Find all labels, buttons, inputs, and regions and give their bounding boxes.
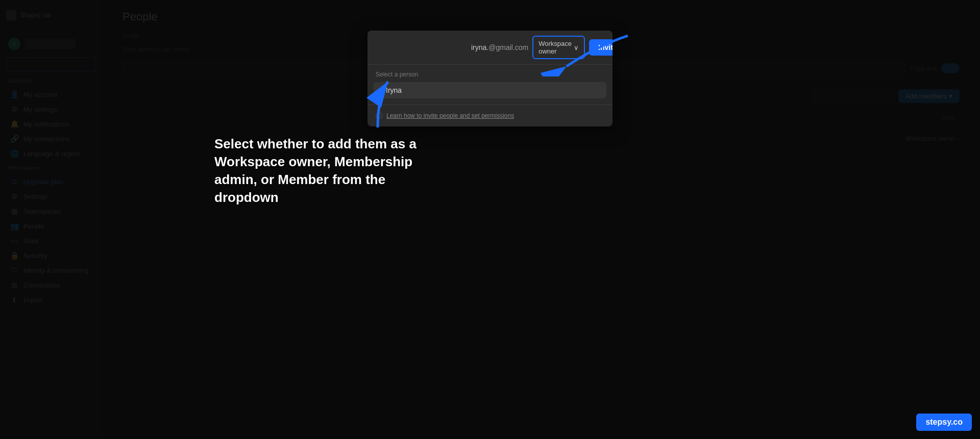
email-input[interactable] (374, 41, 467, 54)
person-item[interactable]: Iryna (374, 82, 606, 98)
arrow-to-dropdown (347, 66, 408, 133)
stepsy-badge: stepsy.co (916, 414, 972, 431)
email-display: iryna.@gmail.com (471, 43, 528, 51)
annotation-text: Select whether to add them as a Workspac… (214, 135, 416, 206)
modal-backdrop: iryna.@gmail.com Workspace owner ∨ Invit… (0, 0, 980, 439)
arrow-to-invite-button (536, 25, 638, 76)
